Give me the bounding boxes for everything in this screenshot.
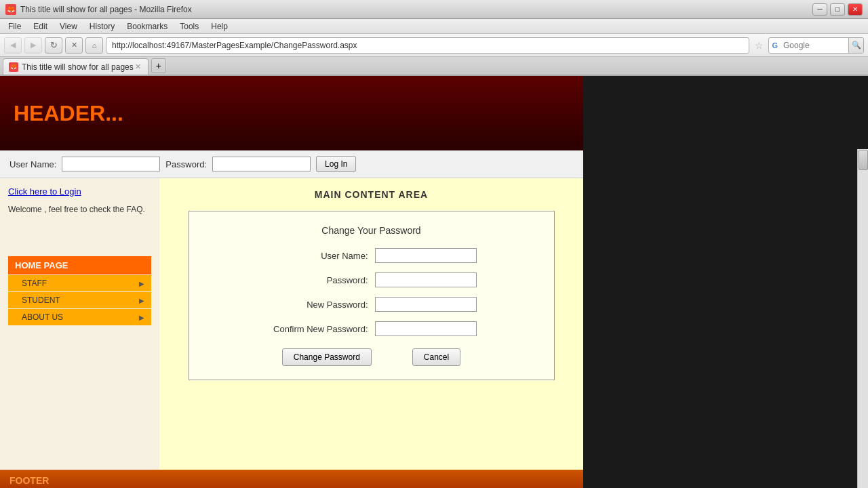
active-tab[interactable]: 🦊 This title will show for all pages ✕ bbox=[3, 58, 149, 75]
sidebar-item-student[interactable]: STUDENT ▶ bbox=[8, 291, 151, 308]
menu-file[interactable]: File bbox=[3, 20, 26, 33]
menu-help[interactable]: Help bbox=[205, 20, 233, 33]
new-tab-button[interactable]: + bbox=[151, 58, 166, 73]
form-username-label: User Name: bbox=[267, 251, 375, 261]
form-password-label: Password: bbox=[267, 275, 375, 285]
main-content-title: MAIN CONTENT AREA bbox=[173, 189, 570, 200]
tab-favicon: 🦊 bbox=[9, 62, 18, 72]
sidebar-nav: HOME PAGE STAFF ▶ STUDENT ▶ ABOUT US ▶ bbox=[8, 256, 151, 325]
google-search-input[interactable] bbox=[781, 41, 848, 50]
menu-tools[interactable]: Tools bbox=[174, 20, 204, 33]
sidebar-item-about[interactable]: ABOUT US ▶ bbox=[8, 308, 151, 325]
site-header: HEADER... bbox=[0, 76, 583, 150]
form-username-input[interactable] bbox=[375, 248, 477, 263]
password-label: Password: bbox=[165, 159, 207, 169]
form-buttons: Change Password Cancel bbox=[210, 348, 534, 366]
form-password-input[interactable] bbox=[375, 272, 477, 287]
password-input[interactable] bbox=[212, 157, 311, 171]
browser-titlebar: 🦊 This title will show for all pages - M… bbox=[0, 0, 868, 19]
menu-edit[interactable]: Edit bbox=[28, 20, 53, 33]
password-row: Password: bbox=[210, 272, 534, 287]
tab-bar: 🦊 This title will show for all pages ✕ + bbox=[0, 57, 868, 76]
cancel-button[interactable]: Cancel bbox=[412, 348, 460, 366]
site-header-title: HEADER... bbox=[14, 101, 123, 126]
sidebar-item-home[interactable]: HOME PAGE bbox=[8, 256, 151, 274]
content-area: Click here to Login Welcome , feel free … bbox=[0, 178, 583, 470]
page-content-wrapper: HEADER... User Name: Password: Log In Cl… bbox=[0, 76, 868, 488]
close-button[interactable]: ✕ bbox=[848, 3, 863, 16]
stop-button[interactable]: ✕ bbox=[65, 37, 83, 54]
form-new-password-input[interactable] bbox=[375, 297, 477, 312]
back-button[interactable]: ◀ bbox=[4, 37, 22, 54]
menu-view[interactable]: View bbox=[54, 20, 83, 33]
tab-label: This title will show for all pages bbox=[22, 62, 134, 72]
site-footer-text: FOOTER bbox=[9, 475, 49, 486]
reload-button[interactable]: ↻ bbox=[45, 37, 62, 54]
forward-button[interactable]: ▶ bbox=[24, 37, 42, 54]
form-confirm-password-input[interactable] bbox=[375, 321, 477, 336]
address-bar[interactable] bbox=[106, 37, 749, 54]
menu-history[interactable]: History bbox=[84, 20, 120, 33]
change-password-button[interactable]: Change Password bbox=[282, 348, 372, 366]
google-search-box: G 🔍 bbox=[768, 37, 864, 54]
confirm-password-row: Confirm New Password: bbox=[210, 321, 534, 336]
bookmark-star-icon[interactable]: ☆ bbox=[752, 39, 766, 52]
menu-bar: File Edit View History Bookmarks Tools H… bbox=[0, 19, 868, 34]
main-content: MAIN CONTENT AREA Change Your Password U… bbox=[159, 178, 583, 470]
browser-favicon: 🦊 bbox=[5, 4, 16, 15]
login-button[interactable]: Log In bbox=[316, 156, 356, 172]
menu-bookmarks[interactable]: Bookmarks bbox=[121, 20, 173, 33]
scrollbar-track[interactable] bbox=[857, 149, 868, 488]
welcome-text: Welcome , feel free to check the FAQ. bbox=[8, 203, 151, 216]
window-controls: ─ □ ✕ bbox=[812, 3, 863, 16]
username-input[interactable] bbox=[62, 157, 160, 171]
username-label: User Name: bbox=[9, 159, 56, 169]
navigation-bar: ◀ ▶ ↻ ✕ ⌂ ☆ G 🔍 bbox=[0, 34, 868, 57]
google-icon: G bbox=[769, 41, 781, 49]
new-password-row: New Password: bbox=[210, 297, 534, 312]
login-link[interactable]: Click here to Login bbox=[8, 186, 151, 197]
maximize-button[interactable]: □ bbox=[830, 3, 845, 16]
site-footer: FOOTER bbox=[0, 470, 583, 488]
scrollbar-thumb[interactable] bbox=[859, 150, 868, 170]
form-new-password-label: New Password: bbox=[267, 300, 375, 310]
username-row: User Name: bbox=[210, 248, 534, 263]
form-title: Change Your Password bbox=[210, 225, 534, 236]
tab-close-icon[interactable]: ✕ bbox=[134, 62, 142, 71]
change-password-form: Change Your Password User Name: Password… bbox=[189, 211, 555, 380]
form-confirm-password-label: Confirm New Password: bbox=[267, 324, 375, 334]
student-arrow-icon: ▶ bbox=[139, 297, 144, 304]
sidebar-item-staff[interactable]: STAFF ▶ bbox=[8, 274, 151, 291]
browser-window-title: This title will show for all pages - Moz… bbox=[20, 5, 192, 14]
about-arrow-icon: ▶ bbox=[139, 314, 144, 321]
login-bar: User Name: Password: Log In bbox=[0, 150, 583, 178]
sidebar: Click here to Login Welcome , feel free … bbox=[0, 178, 159, 470]
home-button[interactable]: ⌂ bbox=[85, 37, 103, 54]
minimize-button[interactable]: ─ bbox=[812, 3, 827, 16]
staff-arrow-icon: ▶ bbox=[139, 280, 144, 287]
page-wrapper: HEADER... User Name: Password: Log In Cl… bbox=[0, 76, 583, 488]
google-search-button[interactable]: 🔍 bbox=[848, 38, 863, 53]
